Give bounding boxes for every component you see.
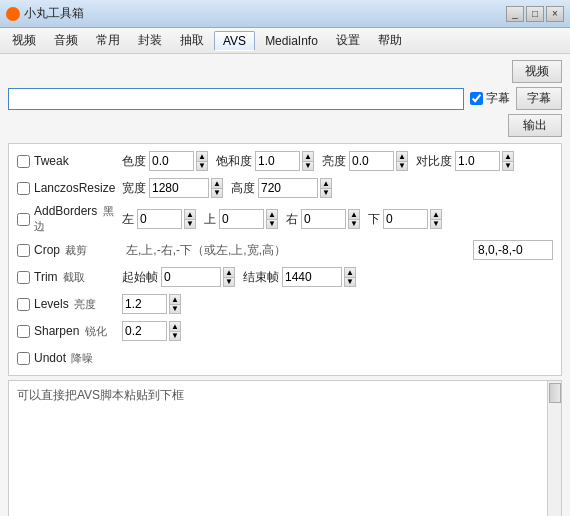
bright-spin: 0.0 ▲ ▼ — [349, 151, 408, 171]
contrast-down-arrow[interactable]: ▼ — [502, 161, 514, 171]
height-label: 高度 — [231, 180, 255, 197]
sat-label: 饱和度 — [216, 153, 252, 170]
levels-input[interactable]: 1.2 — [122, 294, 167, 314]
menu-settings[interactable]: 设置 — [328, 30, 368, 51]
startframe-arrows[interactable]: ▲ ▼ — [223, 267, 235, 287]
hue-up-arrow[interactable]: ▲ — [196, 151, 208, 161]
height-input[interactable]: 720 — [258, 178, 318, 198]
menu-audio[interactable]: 音频 — [46, 30, 86, 51]
height-down-arrow[interactable]: ▼ — [320, 188, 332, 198]
hue-input[interactable]: 0.0 — [149, 151, 194, 171]
maximize-button[interactable]: □ — [526, 6, 544, 22]
bright-arrows[interactable]: ▲ ▼ — [396, 151, 408, 171]
search-input[interactable] — [8, 88, 464, 110]
undot-checkbox-group: Undot 降噪 — [17, 351, 122, 366]
close-button[interactable]: × — [546, 6, 564, 22]
top-arrows[interactable]: ▲ ▼ — [266, 209, 278, 229]
hue-arrows[interactable]: ▲ ▼ — [196, 151, 208, 171]
menu-pack[interactable]: 封装 — [130, 30, 170, 51]
top-input[interactable]: 0 — [219, 209, 264, 229]
startframe-input[interactable]: 0 — [161, 267, 221, 287]
contrast-input[interactable]: 1.0 — [455, 151, 500, 171]
sat-up-arrow[interactable]: ▲ — [302, 151, 314, 161]
width-label: 宽度 — [122, 180, 146, 197]
sharpen-down-arrow[interactable]: ▼ — [169, 331, 181, 341]
menu-video[interactable]: 视频 — [4, 30, 44, 51]
left-input[interactable]: 0 — [137, 209, 182, 229]
height-arrows[interactable]: ▲ ▼ — [320, 178, 332, 198]
bottom-down-arrow[interactable]: ▼ — [430, 219, 442, 229]
levels-down-arrow[interactable]: ▼ — [169, 304, 181, 314]
width-input[interactable]: 1280 — [149, 178, 209, 198]
levels-arrows[interactable]: ▲ ▼ — [169, 294, 181, 314]
left-arrows[interactable]: ▲ ▼ — [184, 209, 196, 229]
levels-row: Levels 亮度 1.2 ▲ ▼ — [17, 293, 553, 315]
bright-down-arrow[interactable]: ▼ — [396, 161, 408, 171]
undot-checkbox[interactable] — [17, 352, 30, 365]
top-down-arrow[interactable]: ▼ — [266, 219, 278, 229]
top-up-arrow[interactable]: ▲ — [266, 209, 278, 219]
width-arrows[interactable]: ▲ ▼ — [211, 178, 223, 198]
sharpen-up-arrow[interactable]: ▲ — [169, 321, 181, 331]
undot-sublabel: 降噪 — [71, 352, 93, 364]
startframe-down-arrow[interactable]: ▼ — [223, 277, 235, 287]
sharpen-checkbox[interactable] — [17, 325, 30, 338]
zimu-button[interactable]: 字幕 — [516, 87, 562, 110]
bottom-up-arrow[interactable]: ▲ — [430, 209, 442, 219]
endframe-up-arrow[interactable]: ▲ — [344, 267, 356, 277]
addborders-label: AddBorders 黑边 — [34, 204, 122, 234]
levels-sublabel: 亮度 — [74, 298, 96, 310]
contrast-up-arrow[interactable]: ▲ — [502, 151, 514, 161]
right-input[interactable]: 0 — [301, 209, 346, 229]
sharpen-arrows[interactable]: ▲ ▼ — [169, 321, 181, 341]
crop-checkbox[interactable] — [17, 244, 30, 257]
zimu-checkbox[interactable] — [470, 92, 483, 105]
left-down-arrow[interactable]: ▼ — [184, 219, 196, 229]
width-up-arrow[interactable]: ▲ — [211, 178, 223, 188]
sharpen-input[interactable]: 0.2 — [122, 321, 167, 341]
lanczos-label: LanczosResize — [34, 181, 115, 195]
minimize-button[interactable]: _ — [506, 6, 524, 22]
menu-help[interactable]: 帮助 — [370, 30, 410, 51]
bottom-arrows[interactable]: ▲ ▼ — [430, 209, 442, 229]
addborders-checkbox[interactable] — [17, 213, 30, 226]
endframe-input[interactable]: 1440 — [282, 267, 342, 287]
tweak-checkbox[interactable] — [17, 155, 30, 168]
bottom-input[interactable]: 0 — [383, 209, 428, 229]
endframe-arrows[interactable]: ▲ ▼ — [344, 267, 356, 287]
menu-avs[interactable]: AVS — [214, 31, 255, 51]
bottom-spin: 0 ▲ ▼ — [383, 209, 442, 229]
scrollbar[interactable] — [547, 381, 561, 516]
endframe-down-arrow[interactable]: ▼ — [344, 277, 356, 287]
right-up-arrow[interactable]: ▲ — [348, 209, 360, 219]
startframe-up-arrow[interactable]: ▲ — [223, 267, 235, 277]
sat-arrows[interactable]: ▲ ▼ — [302, 151, 314, 171]
bright-up-arrow[interactable]: ▲ — [396, 151, 408, 161]
sat-down-arrow[interactable]: ▼ — [302, 161, 314, 171]
levels-checkbox[interactable] — [17, 298, 30, 311]
width-down-arrow[interactable]: ▼ — [211, 188, 223, 198]
sat-input[interactable]: 1.0 — [255, 151, 300, 171]
contrast-arrows[interactable]: ▲ ▼ — [502, 151, 514, 171]
title-controls[interactable]: _ □ × — [506, 6, 564, 22]
menu-common[interactable]: 常用 — [88, 30, 128, 51]
left-up-arrow[interactable]: ▲ — [184, 209, 196, 219]
scrollbar-thumb[interactable] — [549, 383, 561, 403]
right-arrows[interactable]: ▲ ▼ — [348, 209, 360, 229]
tweak-row: Tweak 色度 0.0 ▲ ▼ 饱和度 1.0 ▲ ▼ 亮度 0.0 — [17, 150, 553, 172]
output-button[interactable]: 输出 — [508, 114, 562, 137]
menu-mediainfo[interactable]: MediaInfo — [257, 32, 326, 50]
bottom-label: 下 — [368, 211, 380, 228]
menu-extract[interactable]: 抽取 — [172, 30, 212, 51]
hue-down-arrow[interactable]: ▼ — [196, 161, 208, 171]
zimu-checkbox-label[interactable]: 字幕 — [470, 90, 510, 107]
height-up-arrow[interactable]: ▲ — [320, 178, 332, 188]
startframe-label: 起始帧 — [122, 269, 158, 286]
video-button[interactable]: 视频 — [512, 60, 562, 83]
trim-checkbox[interactable] — [17, 271, 30, 284]
levels-up-arrow[interactable]: ▲ — [169, 294, 181, 304]
right-down-arrow[interactable]: ▼ — [348, 219, 360, 229]
bright-input[interactable]: 0.0 — [349, 151, 394, 171]
crop-value-input[interactable]: 8,0,-8,-0 — [473, 240, 553, 260]
lanczos-checkbox[interactable] — [17, 182, 30, 195]
